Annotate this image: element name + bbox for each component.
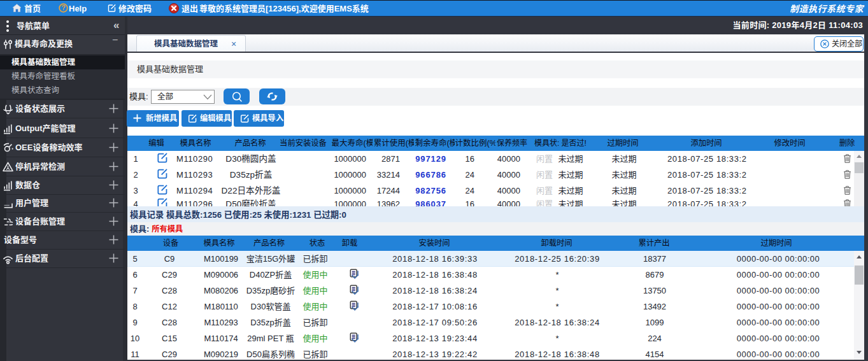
svg-text:?: ? [61, 4, 65, 11]
